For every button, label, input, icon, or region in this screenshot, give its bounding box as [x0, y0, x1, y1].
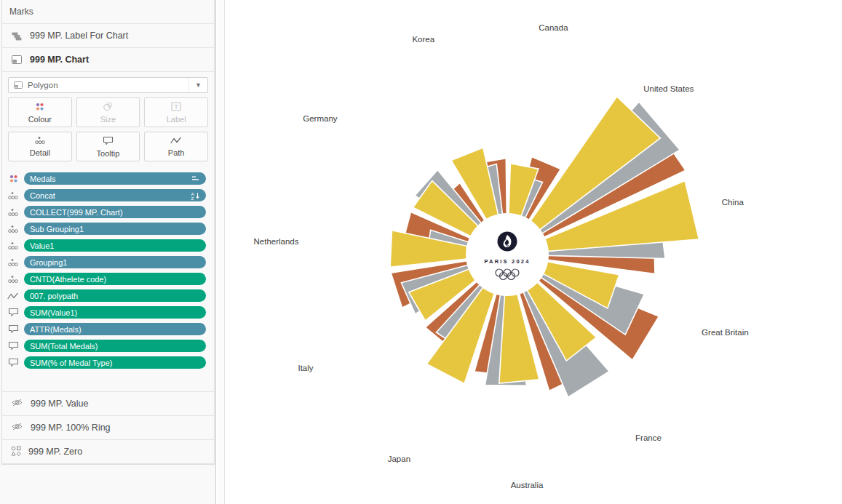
pill-row: ATTR(Medals) [2, 321, 214, 337]
tooltip-icon[interactable] [2, 341, 24, 351]
country-label: Italy [298, 364, 313, 372]
button-label: Colour [28, 115, 52, 124]
detail-icon[interactable] [2, 191, 24, 200]
marks-panel-title: Marks [2, 0, 214, 24]
shapes-icon[interactable] [11, 446, 21, 458]
country-label: United States [643, 84, 694, 93]
tooltip-button[interactable]: Tooltip [76, 132, 140, 161]
area-icon [11, 55, 23, 64]
detail-button[interactable]: Detail [8, 132, 72, 161]
field-pill[interactable]: 007. polypath [24, 289, 206, 302]
marks-layer-999-mp-zero[interactable]: 999 MP. Zero [2, 440, 214, 464]
detail-icon[interactable] [2, 258, 24, 267]
field-pill[interactable]: ATTR(Medals) [24, 323, 206, 335]
pill-row: Medals [2, 170, 214, 187]
country-label: Germany [303, 114, 338, 123]
colour-icon[interactable] [2, 174, 24, 183]
tooltip-icon[interactable] [2, 308, 24, 317]
pill-label: SUM(% of Medal Type) [30, 359, 200, 367]
pill-row: COLLECT(999 MP. Chart) [2, 204, 214, 220]
detail-icon[interactable] [2, 275, 24, 284]
pill-label: Concat [30, 191, 191, 200]
eye-off-icon[interactable] [11, 398, 23, 409]
button-label: Detail [30, 148, 50, 157]
field-pill[interactable]: ConcatAZ [24, 189, 206, 201]
bottom-layers: 999 MP. Value999 MP. 100% Ring999 MP. Ze… [2, 392, 214, 464]
center-hole [466, 213, 549, 296]
pill-row: SUM(Total Medals) [2, 337, 214, 354]
detail-icon [35, 136, 45, 146]
country-label: France [635, 433, 662, 442]
marks-panel: Marks 999 MP. Label For Chart 999 MP. Ch… [0, 0, 216, 504]
field-pill[interactable]: COLLECT(999 MP. Chart) [24, 206, 206, 218]
pill-label: SUM(Value1) [30, 308, 200, 317]
label-icon: T [171, 102, 181, 113]
mark-type-dropdown[interactable]: Polygon ▼ [8, 77, 208, 93]
field-pill[interactable]: SUM(Total Medals) [24, 340, 206, 352]
field-pill[interactable]: Sub Grouping1 [24, 223, 206, 235]
chevron-down-icon[interactable]: ▼ [188, 78, 207, 92]
path-icon[interactable] [2, 292, 24, 300]
size-button: Size [76, 97, 140, 127]
pill-label: COLLECT(999 MP. Chart) [30, 208, 200, 217]
country-label: Canada [539, 23, 568, 32]
tooltip-icon [103, 136, 114, 147]
colour-button[interactable]: Colour [8, 97, 72, 127]
pill-label: Grouping1 [30, 258, 200, 267]
pill-row: SUM(Value1) [2, 304, 214, 321]
pill-label: Value1 [30, 241, 200, 250]
mark-buttons: ColourSizeTLabelDetailTooltipPath [8, 97, 208, 161]
pill-row: 007. polypath [2, 287, 214, 304]
detail-icon[interactable] [2, 241, 24, 250]
country-label: Netherlands [253, 237, 298, 246]
pill-label: Medals [30, 175, 191, 183]
pill-label: 007. polypath [30, 292, 200, 300]
field-pill[interactable]: Grouping1 [24, 256, 206, 268]
eye-off-icon[interactable] [11, 422, 23, 433]
tooltip-icon[interactable] [2, 358, 24, 367]
pill-list: MedalsConcatAZCOLLECT(999 MP. Chart)Sub … [2, 166, 214, 374]
detail-icon[interactable] [2, 208, 24, 217]
marks-layer-999-mp-value[interactable]: 999 MP. Value [2, 392, 214, 416]
country-label: Korea [412, 35, 434, 44]
size-icon [102, 101, 114, 113]
marks-layer-chart[interactable]: 999 MP. Chart [2, 48, 214, 72]
field-pill[interactable]: CNTD(Athelete code) [24, 273, 206, 285]
logo-wordmark: PARIS 2024 [484, 258, 530, 265]
svg-text:T: T [175, 103, 178, 110]
path-button[interactable]: Path [144, 132, 208, 161]
field-pill[interactable]: Value1 [24, 239, 206, 252]
sort-desc-icon [191, 175, 200, 183]
country-label: Japan [388, 455, 410, 463]
marks-layer-label: 999 MP. Zero [28, 447, 82, 457]
detail-icon[interactable] [2, 225, 24, 233]
pill-row: Value1 [2, 237, 214, 254]
paris-2024-logo: PARIS 2024 [466, 213, 549, 296]
marks-layer-label: 999 MP. Value [31, 399, 88, 409]
label-button: TLabel [144, 97, 208, 127]
field-pill[interactable]: Medals [24, 172, 206, 185]
gantt-icon [11, 31, 23, 41]
pill-label: SUM(Total Medals) [30, 342, 200, 351]
marks-layer-label: 999 MP. Label For Chart [30, 31, 128, 41]
pill-row: CNTD(Athelete code) [2, 271, 214, 287]
field-pill[interactable]: SUM(% of Medal Type) [24, 356, 206, 369]
colour-icon [35, 102, 44, 113]
pill-label: CNTD(Athelete code) [30, 275, 200, 284]
tooltip-icon[interactable] [2, 324, 24, 334]
country-label: China [722, 198, 744, 207]
marks-layer-label-for-chart[interactable]: 999 MP. Label For Chart [2, 24, 214, 48]
pill-label: Sub Grouping1 [30, 225, 200, 233]
path-icon [170, 136, 182, 146]
flame-emblem [498, 232, 517, 252]
button-label: Path [168, 148, 185, 157]
chart-view: PARIS 2024CanadaUnited StatesChinaGreat … [226, 0, 842, 504]
button-label: Size [100, 115, 116, 124]
pill-row: Grouping1 [2, 254, 214, 271]
panel-splitter[interactable] [217, 0, 225, 504]
mark-type-value: Polygon [28, 81, 58, 89]
svg-text:Z: Z [191, 196, 194, 200]
radial-medal-chart: PARIS 2024CanadaUnited StatesChinaGreat … [226, 0, 842, 504]
field-pill[interactable]: SUM(Value1) [24, 306, 206, 319]
marks-layer-999-mp-100-ring[interactable]: 999 MP. 100% Ring [2, 416, 214, 440]
